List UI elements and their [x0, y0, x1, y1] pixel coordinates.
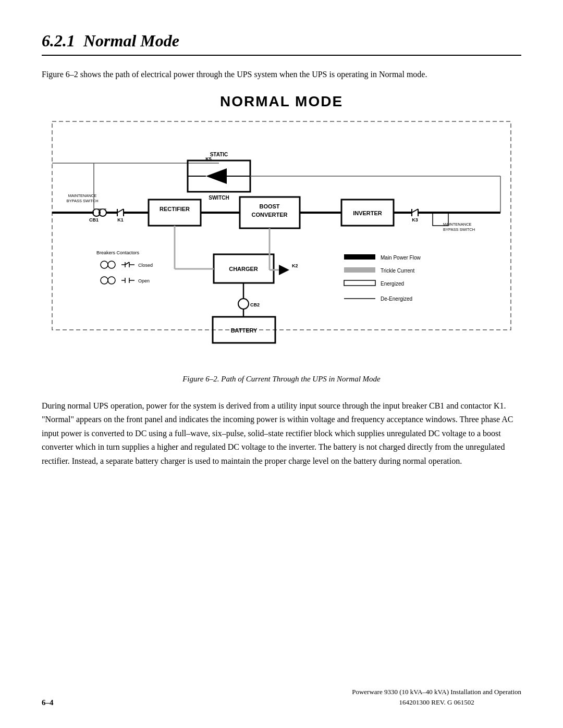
boost-label: BOOST: [259, 203, 279, 209]
k2-label: K2: [292, 263, 298, 268]
closed-label: Closed: [138, 263, 153, 268]
section-header: 6.2.1 Normal Mode: [42, 31, 521, 56]
legend-energized: Energized: [381, 281, 404, 287]
legend-de-energized: De-Energized: [381, 296, 412, 302]
legend-trickle: Trickle Current: [381, 268, 414, 274]
svg-point-44: [108, 261, 115, 268]
svg-point-35: [238, 299, 249, 309]
footer-doc-title: Powerware 9330 (10 kVA–40 kVA) Installat…: [352, 687, 521, 697]
diagram-title: NORMAL MODE: [42, 93, 521, 110]
svg-rect-9: [149, 200, 201, 226]
open-label: Open: [138, 278, 150, 283]
k1-label: K1: [117, 217, 124, 223]
svg-point-50: [101, 277, 108, 284]
inverter-label: INVERTER: [353, 210, 382, 216]
ups-diagram: CB1 K1 RECTIFIER BOOST CONVERTER INV: [47, 116, 516, 366]
diagram-container: NORMAL MODE CB1 K1 RECTIFIER: [42, 93, 521, 366]
footer-doc-number: 164201300 REV. G 061502: [352, 697, 521, 708]
figure-caption: Figure 6–2. Path of Current Through the …: [42, 375, 521, 384]
svg-marker-29: [279, 265, 289, 275]
maint-bypass-right-label2: BYPASS SWITCH: [443, 227, 475, 232]
svg-point-43: [101, 261, 108, 268]
intro-paragraph: Figure 6–2 shows the path of electrical …: [42, 68, 521, 81]
svg-point-51: [108, 277, 115, 284]
svg-rect-40: [344, 267, 375, 273]
converter-label: CONVERTER: [251, 212, 287, 218]
svg-line-7: [117, 209, 124, 213]
k3-label: K3: [412, 217, 418, 223]
section-title: 6.2.1 Normal Mode: [42, 31, 179, 50]
svg-rect-39: [344, 254, 375, 260]
page-number: 6–4: [42, 698, 54, 707]
footer-center: Powerware 9330 (10 kVA–40 kVA) Installat…: [352, 687, 521, 707]
maint-bypass-left-label: MAINTENANCE: [68, 193, 97, 198]
svg-rect-41: [344, 280, 375, 286]
rectifier-label: RECTIFIER: [160, 206, 190, 212]
page: 6.2.1 Normal Mode Figure 6–2 shows the p…: [0, 0, 563, 728]
svg-marker-22: [206, 168, 227, 184]
section-title-text: Normal Mode: [83, 31, 179, 50]
footer: 6–4 Powerware 9330 (10 kVA–40 kVA) Insta…: [42, 687, 521, 707]
switch-label: SWITCH: [209, 195, 229, 201]
body-text: During normal UPS operation, power for t…: [42, 399, 521, 468]
svg-line-47: [125, 262, 129, 265]
battery-label: BATTERY: [231, 327, 258, 334]
static-label: STATIC: [210, 152, 228, 157]
section-number: 6.2.1: [42, 31, 75, 50]
cb1-label: CB1: [89, 217, 99, 223]
svg-line-17: [412, 209, 418, 213]
breakers-label: Breakers Contactors: [96, 250, 140, 255]
legend-main-power: Main Power Flow: [381, 255, 421, 261]
charger-label: CHARGER: [229, 266, 258, 272]
cb2-label: CB2: [250, 302, 260, 307]
